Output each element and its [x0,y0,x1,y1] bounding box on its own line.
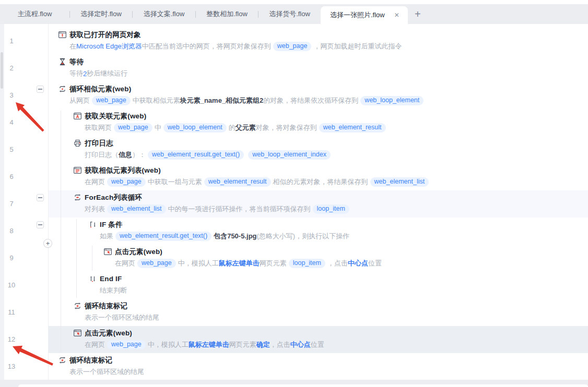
flow-step-row-4[interactable]: 获取关联元素(web)获取网页web_page中web_loop_element… [48,109,588,136]
desc-text: 信息 [119,150,132,160]
flow-step-row-10[interactable]: End IF结束判断 [48,272,588,299]
step-description: 表示一个循环区域的结尾 [85,312,588,323]
flow-editor-canvas: 获取已打开的网页对象在Microsoft Edge浏览器中匹配当前选中的网页，将… [4,24,588,380]
tab-label: 主流程.flow [18,9,52,19]
desc-text: (忽略大小写)，则执行以下操作 [257,232,350,241]
desc-text: 中心点 [348,259,368,268]
desc-text: 打印日志（ [85,150,119,160]
variable-chip: web_loop_element [163,123,227,132]
tab-选择文案.flow[interactable]: 选择文案.flow [133,4,195,24]
tab-close-icon[interactable]: ✕ [393,11,401,19]
loop-end-icon [73,301,82,310]
desc-text: 位置 [368,259,382,268]
tab-选择定时.flow[interactable]: 选择定时.flow [70,4,132,24]
if-condition-icon [88,220,97,229]
tab-整数相加.flow[interactable]: 整数相加.flow [196,4,258,24]
step-line-number: 2 [4,64,19,72]
flow-step-row-8[interactable]: IF 条件如果web_element_result.get_text()包含75… [48,217,588,245]
step-title: 循环结束标记 [69,356,112,365]
left-scrollbar-thumb[interactable] [1,52,3,89]
desc-text: 包含750-5.jpg [214,232,256,241]
insert-step-button[interactable]: + [43,239,52,248]
step-description: 在网页web_page中获取一组与元素web_element_result相似的… [85,177,588,187]
flow-step-row-13[interactable]: 循环结束标记表示一个循环区域的结尾 [48,353,588,380]
collapse-button-step-8[interactable] [37,221,44,228]
tab-label: 选择一张照片.flow [330,10,385,20]
desc-text: 在网页 [85,177,105,187]
flow-step-row-7[interactable]: ForEach列表循环对列表web_element_list中的每一项进行循环操… [48,190,588,217]
step-title: 等待 [69,57,84,67]
desc-text: 在网页 [115,259,135,268]
webpage-fetch-icon [58,30,67,39]
step-description: 表示一个循环区域的结尾 [69,367,588,377]
new-tab-button[interactable]: + [409,4,427,24]
step-description: 如果web_element_result.get_text()包含750-5.j… [100,231,588,241]
flow-step-row-1[interactable]: 获取已打开的网页对象在Microsoft Edge浏览器中匹配当前选中的网页，将… [48,28,588,55]
tab-active-选择一张照片.flow[interactable]: 选择一张照片.flow✕ [321,6,408,24]
step-title: 获取关联元素(web) [85,112,146,121]
desc-text: 中，模拟人工 [178,259,219,268]
step-line-number: 4 [4,118,19,127]
desc-text: 对象，将对象保存到 [256,123,317,132]
desc-text: 鼠标左键单击 [189,340,229,349]
desc-text: 网页元素 [229,340,256,349]
desc-text: 相似的元素对象，将结果保存到 [273,177,368,187]
step-title: 获取已打开的网页对象 [69,30,141,40]
step-line-number: 1 [4,37,19,45]
wait-hourglass-icon [58,57,67,66]
step-description: 在网页web_page中，模拟人工鼠标左键单击网页元素loop_item，点击中… [115,258,588,269]
variable-chip: web_element_result.get_text() [148,150,244,160]
desc-text: 等待 [69,69,83,78]
collapse-button-step-7[interactable] [37,194,44,201]
flow-step-row-3[interactable]: 循环相似元素(web)从网页web_page中获取相似元素块元素_name_相似… [48,82,588,109]
step-title: IF 条件 [100,220,123,229]
collapse-button-step-3[interactable] [37,86,44,93]
desc-text: 中，模拟人工 [148,340,189,349]
step-line-number: 3 [4,91,19,100]
step-line-number: 7 [4,200,19,208]
click-element-icon [73,329,82,337]
tab-选择货号.flow[interactable]: 选择货号.flow [258,4,321,24]
step-description: 对列表web_element_list中的每一项进行循环操作，将当前循环项保存到… [85,204,588,214]
step-description: 在网页web_page中，模拟人工鼠标左键单击网页元素确定，点击中心点位置 [85,340,588,350]
variable-chip: web_page [92,96,131,105]
desc-text: 中的每一项进行循环操作，将当前循环项保存到 [168,204,311,214]
variable-chip: web_page [137,259,176,268]
tab-主流程.flow[interactable]: 主流程.flow [0,4,69,24]
desc-text: 父元素 [236,123,256,132]
step-line-number: 11 [4,308,19,317]
desc-text: 从网页 [69,96,90,105]
loop-similar-icon [58,84,67,93]
flow-step-row-5[interactable]: 打印日志打印日志（信息）：web_element_result.get_text… [48,136,588,163]
flow-step-row-2[interactable]: 等待等待2秒后继续运行 [48,55,588,82]
desc-text: 中获取相似元素 [133,96,180,105]
desc-text: 块元素_name_相似元素组2 [180,96,264,105]
step-title: 点击元素(web) [115,247,162,257]
desc-text: ）： [132,150,146,160]
desc-text: 对列表 [85,204,105,214]
flow-step-row-6[interactable]: 获取相似元素列表(web)在网页web_page中获取一组与元素web_elem… [48,163,588,190]
step-title: 循环相似元素(web) [69,84,131,94]
step-description: 获取网页web_page中web_loop_element的父元素对象，将对象保… [85,123,588,133]
flow-step-row-12[interactable]: 点击元素(web)在网页web_page中，模拟人工鼠标左键单击网页元素确定，点… [48,326,588,353]
desc-text: 结束判断 [100,286,127,295]
variable-chip: loop_item [289,259,325,268]
flow-tab-bar: 主流程.flow选择定时.flow选择文案.flow整数相加.flow选择货号.… [0,4,588,24]
print-log-icon [73,139,82,148]
flow-step-row-11[interactable]: 循环结束标记表示一个循环区域的结尾 [48,299,588,326]
similar-list-icon [73,166,82,175]
step-line-number: 12 [4,335,19,344]
desc-text: 在网页 [85,340,105,349]
desc-text: 的 [229,123,236,132]
variable-chip: web_element_result [204,177,271,187]
step-title: 打印日志 [85,139,113,148]
variable-chip: web_page [107,177,146,187]
desc-text: Microsoft Edge浏览器 [76,42,142,51]
variable-chip: web_page [114,123,152,132]
desc-text: 中心点 [290,340,311,349]
desc-text: 中匹配当前选中的网页，将网页对象保存到 [142,42,271,51]
step-line-number: 6 [4,173,19,181]
step-title: 点击元素(web) [85,329,132,338]
flow-step-row-9[interactable]: 点击元素(web)在网页web_page中，模拟人工鼠标左键单击网页元素loop… [48,245,588,272]
variable-chip: web_element_result.get_text() [115,232,211,241]
